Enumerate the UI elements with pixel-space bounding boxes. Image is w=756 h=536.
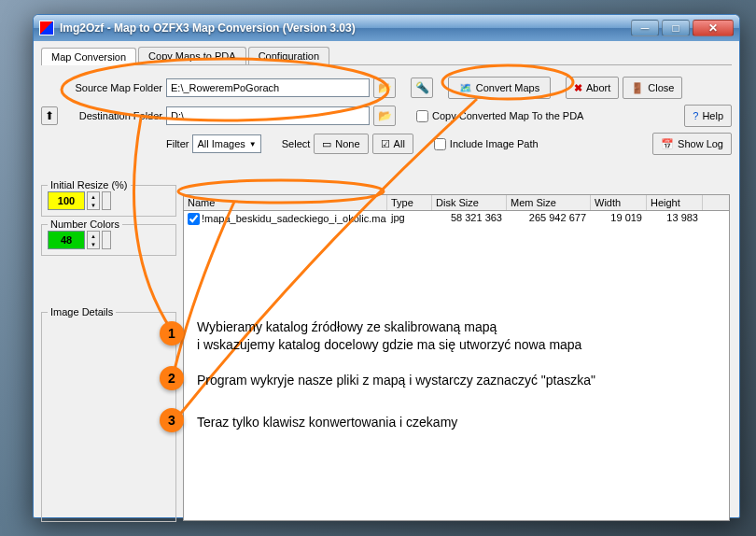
map-icon: 🗺️ [459,82,472,94]
dest-browse-button[interactable]: 📂 [373,106,396,126]
filter-select[interactable]: All Images ▼ [192,134,260,153]
resize-slider-handle[interactable] [102,191,111,210]
tab-copy-pda[interactable]: Copy Maps to PDA [138,47,246,64]
flashlight-icon: 🔦 [415,81,429,94]
row-disk: 58 321 363 [432,211,507,226]
col-disk[interactable]: Disk Size [432,195,507,210]
help-icon: ? [693,110,698,121]
col-width[interactable]: Width [591,195,647,210]
minimize-button[interactable]: ─ [631,20,659,36]
annotation-3-badge: 3 [160,408,184,432]
up-arrow-icon: ⬆ [45,109,54,122]
initial-resize-input[interactable] [48,191,85,210]
list-header: Name Type Disk Size Mem Size Width Heigh… [183,194,730,211]
number-colors-group: Number Colors ▲▼ [41,224,176,256]
select-all-button[interactable]: ☑ All [372,134,413,154]
calendar-icon: 📅 [661,138,674,150]
dest-folder-label: Destination Folder [62,110,162,121]
annotation-3-text: Teraz tylko klawisz konwertowania i czek… [197,414,457,431]
image-details-group: Image Details [41,312,176,522]
number-colors-input[interactable] [48,231,85,249]
col-type[interactable]: Type [387,195,432,210]
dest-folder-input[interactable]: D:\ [166,106,370,125]
door-icon: 🚪 [631,82,644,94]
row-height: 13 983 [647,211,703,226]
source-folder-input[interactable]: E:\_RoweremPoGorach [166,78,370,97]
row-filename: !mapa_beskidu_sadeckiego_i_okolic.map [202,213,387,224]
maximize-button[interactable]: □ [662,20,690,36]
colors-slider-handle[interactable] [102,231,111,249]
annotation-2-badge: 2 [160,366,184,390]
annotation-2-text: Program wykryje nasze pliki z mapą i wys… [197,372,595,389]
col-height[interactable]: Height [647,195,703,210]
dest-up-button[interactable]: ⬆ [41,106,58,125]
source-folder-label: Source Map Folder [62,82,162,93]
file-list: Name Type Disk Size Mem Size Width Heigh… [183,194,730,523]
include-path-checkbox[interactable]: Include Image Path [434,138,539,150]
filter-label: Filter [166,138,189,149]
folder-open-icon: 📂 [378,81,392,94]
blank-icon: ▭ [322,138,331,150]
initial-resize-group: Initial Resize (%) ▲▼ [41,185,176,217]
number-colors-label: Number Colors [48,219,122,230]
app-window: Img2Ozf - Map to OZFX3 Map Conversion (V… [33,14,740,518]
col-mem[interactable]: Mem Size [507,195,591,210]
select-none-button[interactable]: ▭ None [314,134,368,154]
help-button[interactable]: ? Help [684,105,732,127]
row-width: 19 019 [591,211,647,226]
checked-icon: ☑ [381,138,390,150]
show-log-button[interactable]: 📅 Show Log [652,133,732,155]
app-icon [39,21,54,35]
row-checkbox[interactable] [188,213,200,225]
row-type: jpg [387,211,432,226]
resize-spinner[interactable]: ▲▼ [87,191,100,210]
window-close-button[interactable]: ✕ [693,20,734,36]
window-title: Img2Ozf - Map to OZFX3 Map Conversion (V… [60,21,631,35]
tab-strip: Map Conversion Copy Maps to PDA Configur… [41,47,732,65]
folder-open-icon: 📂 [378,109,392,122]
annotation-1-text: Wybieramy katalog źródłowy ze skalibrowa… [197,318,581,354]
image-details-label: Image Details [48,306,116,317]
table-row[interactable]: !mapa_beskidu_sadeckiego_i_okolic.map jp… [184,211,729,226]
row-mem: 265 942 677 [507,211,591,226]
initial-resize-label: Initial Resize (%) [48,179,131,190]
title-bar: Img2Ozf - Map to OZFX3 Map Conversion (V… [34,15,739,41]
col-name[interactable]: Name [184,195,387,210]
convert-maps-button[interactable]: 🗺️ Convert Maps [448,77,551,99]
tab-configuration[interactable]: Configuration [248,47,329,64]
flashlight-button[interactable]: 🔦 [411,78,433,98]
abort-button[interactable]: ✖ Abort [566,77,619,99]
annotation-1-badge: 1 [160,321,184,346]
chevron-down-icon: ▼ [249,140,257,148]
copy-to-pda-checkbox[interactable]: Copy Converted Map To the PDA [416,110,583,122]
source-browse-button[interactable]: 📂 [373,78,396,98]
close-button[interactable]: 🚪 Close [623,77,682,99]
tab-map-conversion[interactable]: Map Conversion [41,48,136,65]
colors-spinner[interactable]: ▲▼ [87,231,100,249]
select-label: Select [282,138,311,149]
abort-icon: ✖ [574,82,582,94]
